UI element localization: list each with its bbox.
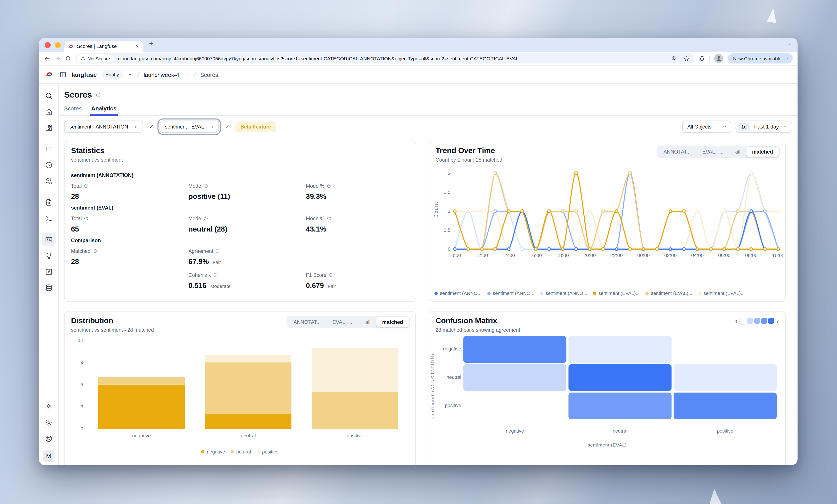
- help-icon[interactable]: [203, 183, 208, 188]
- view-tab-all[interactable]: all: [359, 317, 376, 327]
- svg-text:0: 0: [81, 426, 83, 431]
- view-tab-annotat[interactable]: ANNOTAT...: [658, 147, 696, 157]
- clear-score1-icon[interactable]: [147, 124, 156, 129]
- date-range-select[interactable]: 1d Past 1 day: [735, 120, 792, 133]
- help-icon[interactable]: [84, 216, 89, 221]
- stats-section-heading: sentiment (EVAL): [71, 205, 410, 211]
- sidebar-item-playground[interactable]: [42, 211, 56, 225]
- view-tab-all[interactable]: all: [729, 147, 746, 157]
- help-icon[interactable]: [215, 248, 220, 253]
- view-tab-eval[interactable]: EVAL · ...: [326, 317, 359, 327]
- metric-matched: Matched28: [71, 248, 189, 266]
- clear-score2-icon[interactable]: [223, 124, 231, 129]
- close-tab-icon[interactable]: [135, 44, 140, 49]
- svg-text:neutral: neutral: [241, 433, 256, 438]
- trend-data-point: [507, 210, 510, 212]
- distribution-title: Distribution: [71, 316, 113, 325]
- info-icon[interactable]: [96, 92, 101, 98]
- view-tab-matched[interactable]: matched: [746, 147, 779, 157]
- sidebar-item-tracing[interactable]: [42, 142, 56, 156]
- confusion-col-label: positive: [674, 428, 777, 434]
- tab-search-chevron-icon[interactable]: [787, 42, 792, 47]
- security-chip[interactable]: Not Secure: [77, 54, 114, 62]
- sidebar-item-dashboards[interactable]: [42, 120, 56, 134]
- browser-menu-icon[interactable]: [784, 56, 790, 61]
- sidebar-item-scores[interactable]: [42, 232, 56, 246]
- extensions-icon[interactable]: [699, 55, 705, 61]
- breadcrumb-org[interactable]: langfuse: [71, 71, 97, 77]
- help-icon[interactable]: [326, 216, 331, 221]
- forward-icon[interactable]: [54, 55, 61, 61]
- score1-select[interactable]: sentiment · ANNOTATION: [64, 120, 143, 133]
- trend-data-point: [723, 248, 726, 250]
- trend-data-point: [750, 210, 753, 212]
- trend-data-point: [615, 248, 618, 250]
- sidebar-item-datasets[interactable]: [42, 281, 56, 295]
- sidebar-item-prompts[interactable]: [42, 195, 56, 209]
- browser-profile-avatar[interactable]: [714, 54, 724, 63]
- sidebar-item-settings[interactable]: [42, 415, 56, 430]
- confusion-cell-neutral-neutral: [568, 365, 672, 391]
- new-tab-button[interactable]: [148, 40, 154, 46]
- help-icon[interactable]: [93, 248, 97, 253]
- trend-series-line: [455, 211, 778, 249]
- view-tab-eval[interactable]: EVAL · ...: [696, 147, 729, 157]
- trend-data-point: [588, 248, 591, 250]
- bookmark-star-icon[interactable]: [683, 55, 690, 61]
- help-icon[interactable]: [203, 216, 208, 221]
- scores-icon: [44, 236, 53, 243]
- support-icon: [44, 434, 53, 443]
- trend-line-chart: 00.511.5210:0012:0014:0016:0018:0020:002…: [431, 165, 783, 275]
- help-icon[interactable]: [326, 183, 331, 188]
- score2-select[interactable]: sentiment · EVAL: [160, 120, 219, 133]
- sidebar-item-support[interactable]: [42, 431, 56, 445]
- tab-analytics[interactable]: Analytics: [91, 105, 117, 115]
- sidebar-item-annotation[interactable]: [42, 265, 56, 279]
- toolbar-divider: [710, 55, 710, 61]
- sidebar-toggle-icon[interactable]: [59, 71, 67, 78]
- user-avatar[interactable]: M: [43, 450, 54, 462]
- trend-data-point: [629, 172, 631, 175]
- confusion-col-label: neutral: [568, 428, 672, 434]
- zoom-icon[interactable]: [671, 56, 677, 61]
- trend-data-point: [494, 172, 497, 175]
- back-icon[interactable]: [44, 55, 50, 61]
- minimize-window-button[interactable]: [55, 42, 61, 48]
- url-bar[interactable]: Not Secure cloud.langfuse.com/project/cm…: [75, 53, 695, 63]
- confusion-col-label: negative: [463, 428, 567, 434]
- trend-data-point: [696, 248, 699, 250]
- view-tab-annotat[interactable]: ANNOTAT...: [288, 317, 326, 327]
- stats-section-heading: sentiment (ANNOTATION): [71, 172, 410, 178]
- analytics-cards: Statistics sentiment vs sentiment sentim…: [64, 139, 791, 465]
- legend-dot: [434, 292, 438, 295]
- screen: Scores | Langfuse Not Secure cloud.langf…: [0, 0, 837, 504]
- close-window-button[interactable]: [45, 42, 51, 48]
- help-icon[interactable]: [84, 183, 89, 188]
- reload-icon[interactable]: [65, 56, 71, 61]
- chrome-update-button[interactable]: New Chrome available: [728, 53, 793, 63]
- help-icon[interactable]: [213, 273, 218, 277]
- heat-scale-swatch: [761, 318, 767, 324]
- breadcrumb-project[interactable]: launchweek-4: [144, 71, 179, 77]
- svg-text:14:00: 14:00: [502, 253, 515, 258]
- trend-title: Trend Over Time: [435, 146, 495, 155]
- sidebar-item-search[interactable]: [42, 89, 56, 102]
- sidebar-item-sparkle[interactable]: [42, 399, 56, 413]
- tab-scores[interactable]: Scores: [64, 105, 82, 115]
- view-tab-matched[interactable]: matched: [376, 317, 409, 327]
- chevron-down-icon[interactable]: [184, 72, 189, 77]
- svg-text:08:00: 08:00: [745, 253, 758, 258]
- sidebar-item-evals[interactable]: [42, 248, 56, 262]
- browser-tab[interactable]: Scores | Langfuse: [64, 41, 143, 52]
- object-type-select[interactable]: All Objects: [682, 120, 731, 133]
- sidebar-item-sessions[interactable]: [42, 158, 56, 172]
- range-shortcut[interactable]: 1d: [737, 123, 750, 131]
- browser-window: Scores | Langfuse Not Secure cloud.langf…: [39, 38, 798, 465]
- chevron-down-icon[interactable]: [127, 72, 132, 77]
- svg-text:16:00: 16:00: [530, 253, 542, 258]
- sidebar-item-users[interactable]: [42, 174, 56, 188]
- svg-text:10:00: 10:00: [772, 253, 783, 258]
- help-icon[interactable]: [328, 273, 333, 277]
- sidebar-item-home[interactable]: [42, 105, 56, 118]
- metric-total: Total65: [71, 216, 189, 233]
